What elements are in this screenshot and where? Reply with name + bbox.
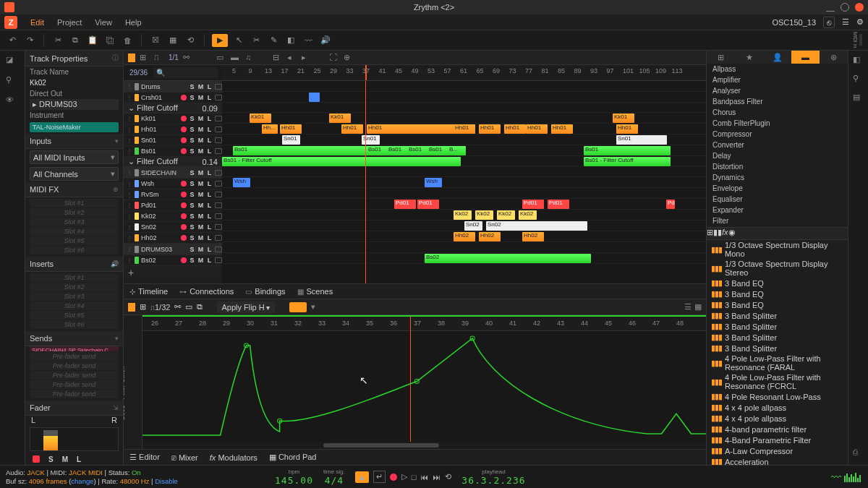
editor-box1-icon[interactable]: ▭ — [185, 302, 192, 312]
plugin-item[interactable]: ▮▮▮1/3 Octave Spectrum Display Mono — [707, 240, 848, 259]
clip[interactable]: Bs01 — [387, 146, 405, 155]
midi-inputs-combo[interactable]: All MIDI Inputs▾ — [30, 150, 119, 164]
transport-next-button[interactable]: ⏭ — [433, 473, 441, 481]
editor-snap-toggle[interactable] — [128, 303, 135, 312]
arranger-lane[interactable]: Sn01Sn01Sn01 — [222, 134, 706, 145]
clip[interactable]: Sn02 — [464, 221, 482, 231]
arranger[interactable]: Kk01Kk01Kk01Hh...Hh01Hh01Hh01Hh01Hh01Hh0… — [222, 81, 706, 283]
tab-mixer[interactable]: ⎚ Mixer — [171, 453, 198, 462]
zoom-in-icon[interactable]: ⊕ — [344, 53, 354, 63]
timesig-value[interactable]: 4/4 — [325, 475, 344, 486]
clip[interactable]: Bs02 — [425, 254, 591, 263]
plugin-category[interactable]: Delay — [707, 150, 848, 161]
send-slot[interactable]: Pre-fader send — [30, 352, 119, 361]
arranger-lane[interactable] — [222, 188, 706, 199]
zoom-fit-icon[interactable]: ⛶ — [329, 53, 339, 63]
send-slot[interactable]: Pre-fader send — [30, 390, 119, 398]
editor-link-icon[interactable]: ⚯ — [174, 302, 181, 312]
editor-hscrollbar[interactable] — [142, 442, 706, 449]
fader-slider[interactable] — [30, 427, 119, 451]
nudge-right-icon[interactable]: ▸ — [302, 53, 312, 63]
plugin-category[interactable]: Allpass — [707, 64, 848, 74]
clip[interactable]: Hh01 — [551, 124, 573, 134]
copy-icon[interactable]: ⧉ — [69, 34, 82, 47]
audition-tool-icon[interactable]: 🔊 — [319, 34, 332, 47]
arranger-lane[interactable] — [222, 242, 706, 253]
range-icon[interactable]: ▭ — [216, 53, 226, 63]
info-icon[interactable]: ⓘ — [112, 53, 119, 63]
clip[interactable]: Hh01 — [341, 124, 363, 134]
clip[interactable]: Hh... — [262, 124, 278, 134]
add-insert-icon[interactable]: 🔊 — [111, 260, 119, 267]
cut-icon[interactable]: ✂ — [51, 34, 64, 47]
clip[interactable]: Wsh — [233, 178, 250, 187]
editor-box2-icon[interactable]: ⧉ — [197, 302, 203, 312]
track-row[interactable]: ⋮⋮DrumsSML — [124, 81, 222, 93]
expand-icon[interactable]: ▾ — [115, 137, 119, 145]
clip[interactable]: Pd01 — [417, 200, 439, 209]
paste-icon[interactable]: 📋 — [86, 34, 99, 47]
maximize-icon[interactable] — [841, 3, 849, 12]
plugin-item[interactable]: ▮▮▮A-Law Compressor — [707, 445, 848, 456]
export-icon[interactable]: ⎋ — [823, 17, 835, 28]
clip[interactable]: Kk02 — [519, 210, 537, 220]
plugin-category[interactable]: Chorus — [707, 107, 848, 118]
plugin-item[interactable]: ▮▮▮1/3 Octave Spectrum Display Stereo — [707, 259, 848, 278]
plugin-item[interactable]: ▮▮▮4 Pole Low-Pass Filter with Resonance… — [707, 354, 848, 372]
clip[interactable]: Hh01 — [280, 124, 302, 134]
editor-list-icon[interactable]: ☰ — [684, 302, 692, 312]
bpm-value[interactable]: 145.00 — [275, 475, 313, 486]
track-row[interactable]: ⋮⋮Kk01SML — [124, 114, 222, 124]
playhead-line[interactable] — [365, 81, 366, 283]
arranger-lane[interactable]: Bs02 — [222, 253, 706, 264]
fader-expand-icon[interactable]: ⇲ — [113, 404, 119, 411]
clip[interactable]: Pd01 — [548, 200, 569, 209]
plugin-category[interactable]: Compressor — [707, 129, 848, 140]
track-row[interactable]: ⋮⋮Kk02SML — [124, 211, 222, 222]
filter-tab-fx[interactable]: fx — [722, 228, 728, 239]
track-row[interactable]: ⋮⋮Crsh01SML — [124, 93, 222, 103]
snap-adaptive-icon[interactable]: ⎍ — [154, 53, 164, 63]
instrument-slot[interactable]: TAL-NoiseMaker — [30, 122, 119, 132]
chevron-down-icon[interactable]: ▾ — [311, 302, 315, 312]
menu-project[interactable]: Project — [57, 18, 82, 27]
insert-slot[interactable]: Slot #5 — [30, 311, 119, 320]
plugin-item[interactable]: ▮▮▮3 Band EQ — [707, 278, 848, 288]
editor-highlight-button[interactable] — [289, 302, 307, 312]
logo-icon[interactable]: Z — [4, 16, 17, 29]
listen-button[interactable]: L — [77, 455, 81, 463]
clip[interactable]: Bs01 - Filter Cutoff — [222, 157, 461, 166]
arranger-lane[interactable]: WshWsh — [222, 177, 706, 188]
clip[interactable]: Hh02 — [454, 232, 475, 241]
clip[interactable]: Hh02 — [522, 232, 544, 241]
track-row[interactable]: ⋮⋮WshSML — [124, 179, 222, 189]
filter-tab-2[interactable]: ▮▮ — [713, 228, 722, 239]
add-track-button[interactable]: + — [124, 266, 222, 279]
clip[interactable]: Sn01 — [616, 135, 667, 145]
midifx-slot[interactable]: Slot #5 — [30, 236, 119, 245]
filter-tab-4[interactable]: ◉ — [728, 228, 736, 239]
snap-grid-icon[interactable]: ⊞ — [140, 53, 150, 63]
eraser-tool-icon[interactable]: ◧ — [284, 34, 297, 47]
redo-icon[interactable]: ↷ — [23, 34, 36, 47]
filter-tab-1[interactable]: ⊞ — [707, 228, 713, 239]
plugin-item[interactable]: ▮▮▮4 Pole Low-Pass Filter with Resonance… — [707, 372, 848, 391]
clip[interactable]: Bs01 — [407, 146, 425, 155]
insert-slot[interactable]: Slot #6 — [30, 320, 119, 329]
clip[interactable]: Hh01 — [526, 124, 548, 134]
apply-flip-button[interactable]: Apply Flip H ▾ — [217, 301, 274, 313]
inspector-tab-icon[interactable]: ◪ — [6, 55, 19, 68]
plugin-item[interactable]: ▮▮▮3 Band Splitter — [707, 332, 848, 343]
track-row[interactable]: ⋮⋮SIDECHAINSML — [124, 167, 222, 179]
editor-grid2-icon[interactable]: ▦ — [694, 302, 702, 312]
track-row[interactable]: ⋮⋮RvSmSML — [124, 189, 222, 200]
clip[interactable]: Kk01 — [329, 114, 351, 123]
plugin-category[interactable]: Comb FilterPlugin — [707, 118, 848, 129]
clip[interactable]: Kk01 — [613, 114, 634, 123]
insert-slot[interactable]: Slot #2 — [30, 283, 119, 291]
record-button[interactable] — [390, 474, 397, 481]
return-button[interactable]: ↵ — [373, 471, 386, 483]
send-slot-active[interactable]: SIDECHAIN/LSP Sidechain Compresso... — [30, 346, 119, 351]
send-slot[interactable]: Pre-fader send — [30, 371, 119, 380]
file-browser-tab-icon[interactable]: ▤ — [853, 93, 864, 104]
